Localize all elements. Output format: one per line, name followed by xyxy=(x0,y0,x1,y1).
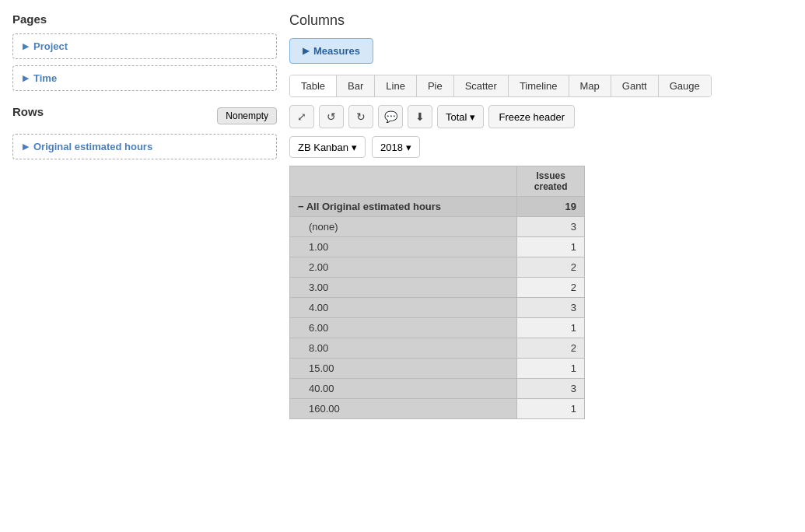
year-label: 2018 xyxy=(380,142,403,153)
columns-title: Columns xyxy=(289,12,793,29)
table-row-value: 2 xyxy=(517,257,585,278)
project-arrow-icon: ▶ xyxy=(23,41,29,51)
table-row-label: 3.00 xyxy=(290,278,517,298)
comment-icon: 💬 xyxy=(384,110,397,123)
measures-label: Measures xyxy=(313,45,360,57)
table-row-value: 19 xyxy=(517,197,585,217)
table-row-label: 2.00 xyxy=(290,257,517,278)
table-row-label: 6.00 xyxy=(290,318,517,338)
total-chevron-icon: ▾ xyxy=(470,111,475,123)
download-button[interactable]: ⬇ xyxy=(408,105,432,128)
table-header-label-col xyxy=(290,166,517,197)
redo-icon: ↻ xyxy=(356,110,366,123)
pages-title: Pages xyxy=(12,12,277,26)
table-row-value: 3 xyxy=(517,217,585,237)
table-row-value: 2 xyxy=(517,338,585,359)
table-row-label: 1.00 xyxy=(290,237,517,257)
left-panel: Pages ▶ Project ▶ Time Rows Nonempty ▶ O… xyxy=(12,12,277,520)
tab-map[interactable]: Map xyxy=(569,75,611,96)
tab-gauge[interactable]: Gauge xyxy=(659,75,711,96)
total-dropdown-button[interactable]: Total ▾ xyxy=(437,105,484,128)
zb-kanban-chevron-icon: ▾ xyxy=(352,142,357,153)
expand-icon: ⤢ xyxy=(297,110,306,123)
right-panel: Columns ▶ Measures Table Bar Line Pie Sc… xyxy=(289,12,793,520)
tab-line[interactable]: Line xyxy=(375,75,417,96)
time-arrow-icon: ▶ xyxy=(23,73,29,83)
nonempty-button[interactable]: Nonempty xyxy=(217,107,277,124)
table-row-label: (none) xyxy=(290,217,517,237)
measures-button[interactable]: ▶ Measures xyxy=(289,38,373,64)
tab-pie[interactable]: Pie xyxy=(417,75,454,96)
data-table: Issues created − All Original estimated … xyxy=(289,166,585,419)
zb-kanban-filter-button[interactable]: ZB Kanban ▾ xyxy=(289,136,366,158)
estimated-hours-arrow-icon: ▶ xyxy=(23,142,29,152)
table-header-issues-created: Issues created xyxy=(517,166,585,197)
table-row-value: 1 xyxy=(517,399,585,419)
tab-scatter[interactable]: Scatter xyxy=(454,75,509,96)
table-row-value: 1 xyxy=(517,359,585,379)
table-row-label: 4.00 xyxy=(290,298,517,318)
rows-title: Rows xyxy=(12,105,44,118)
table-row-label: 8.00 xyxy=(290,338,517,359)
toolbar: ⤢ ↺ ↻ 💬 ⬇ Total ▾ Freeze header xyxy=(289,105,793,128)
table-row-value: 3 xyxy=(517,298,585,318)
rows-original-estimated-hours-item[interactable]: ▶ Original estimated hours xyxy=(12,134,277,159)
table-row-value: 3 xyxy=(517,379,585,399)
tab-gantt[interactable]: Gantt xyxy=(611,75,659,96)
total-label: Total xyxy=(446,111,467,123)
estimated-hours-label: Original estimated hours xyxy=(33,141,152,152)
download-icon: ⬇ xyxy=(415,110,425,123)
tab-bar[interactable]: Bar xyxy=(337,75,375,96)
undo-icon: ↺ xyxy=(327,110,336,123)
filter-row: ZB Kanban ▾ 2018 ▾ xyxy=(289,136,793,158)
table-row-value: 1 xyxy=(517,237,585,257)
redo-button[interactable]: ↻ xyxy=(348,105,373,128)
table-row-label: 40.00 xyxy=(290,379,517,399)
project-label: Project xyxy=(33,40,68,52)
pages-time-item[interactable]: ▶ Time xyxy=(12,65,277,91)
undo-button[interactable]: ↺ xyxy=(319,105,344,128)
table-row-value: 2 xyxy=(517,278,585,298)
table-row-label: − All Original estimated hours xyxy=(290,197,517,217)
tab-timeline[interactable]: Timeline xyxy=(509,75,569,96)
chart-type-tabs: Table Bar Line Pie Scatter Timeline Map … xyxy=(289,75,712,97)
table-row-value: 1 xyxy=(517,318,585,338)
year-chevron-icon: ▾ xyxy=(406,142,411,153)
expand-button[interactable]: ⤢ xyxy=(289,105,314,128)
table-row-label: 160.00 xyxy=(290,399,517,419)
comment-button[interactable]: 💬 xyxy=(378,105,403,128)
pages-project-item[interactable]: ▶ Project xyxy=(12,33,277,59)
measures-arrow-icon: ▶ xyxy=(303,46,309,56)
table-row-label: 15.00 xyxy=(290,359,517,379)
year-filter-button[interactable]: 2018 ▾ xyxy=(372,136,420,158)
time-label: Time xyxy=(33,72,57,84)
tab-table[interactable]: Table xyxy=(290,75,337,96)
freeze-header-button[interactable]: Freeze header xyxy=(488,105,575,128)
zb-kanban-label: ZB Kanban xyxy=(298,142,348,153)
